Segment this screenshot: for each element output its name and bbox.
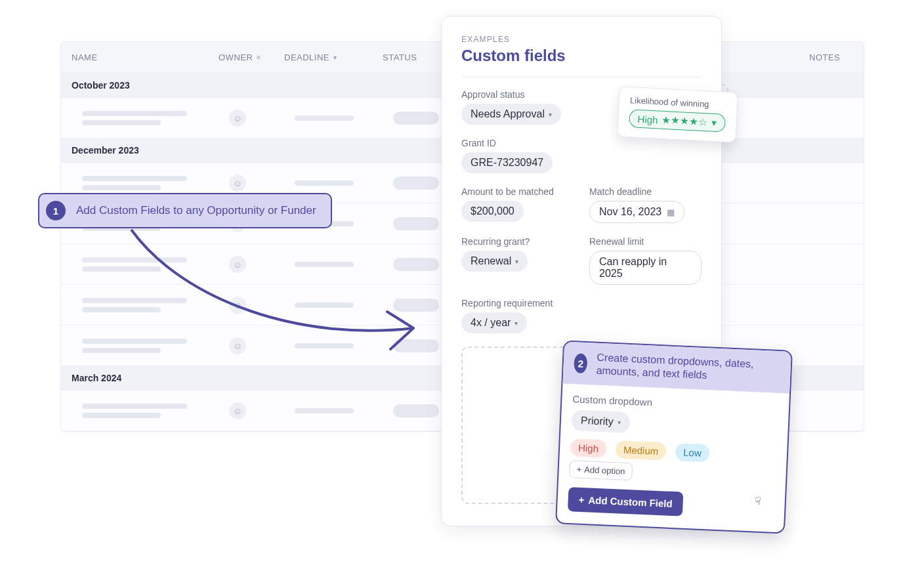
avatar: ☺ — [229, 402, 246, 419]
panel-title: Custom fields — [461, 47, 702, 65]
dropdown-name-text: Priority — [581, 415, 614, 428]
field-label: Grant ID — [461, 138, 702, 148]
col-owner-label: OWNER — [219, 52, 253, 62]
cursor-icon: ☟ — [755, 495, 761, 507]
field-match-deadline: Match deadline Nov 16, 2023 ▦ — [589, 186, 702, 223]
field-grant-id: Grant ID GRE-73230947 — [461, 138, 702, 173]
dropdown-name-selector[interactable]: Priority ▾ — [571, 410, 630, 433]
approval-value: Needs Approval — [471, 108, 545, 120]
match-deadline-input[interactable]: Nov 16, 2023 ▦ — [589, 201, 684, 223]
field-amount: Amount to be matched $200,000 — [461, 186, 574, 223]
col-deadline[interactable]: DEADLINE ▾ — [284, 52, 383, 62]
reporting-dropdown[interactable]: 4x / year ▾ — [461, 312, 527, 333]
option-chip-low[interactable]: Low — [675, 443, 710, 462]
grant-id-text: GRE-73230947 — [471, 157, 543, 169]
recurring-dropdown[interactable]: Renewal ▾ — [461, 251, 528, 272]
renewal-limit-value[interactable]: Can reapply in 2025 — [589, 251, 702, 285]
field-label: Amount to be matched — [461, 186, 574, 197]
chevron-down-icon: ▾ — [514, 320, 518, 327]
field-label: Match deadline — [589, 186, 702, 197]
callout-text: Add Custom Fields to any Opportunity or … — [76, 204, 316, 217]
option-chip-high[interactable]: High — [570, 438, 607, 457]
plus-icon: + — [578, 494, 584, 505]
chevron-down-icon: ▾ — [515, 258, 518, 265]
avatar: ☺ — [229, 110, 246, 127]
arrow-annotation — [105, 223, 433, 368]
col-name[interactable]: NAME — [61, 52, 219, 62]
plus-icon: + — [576, 465, 581, 474]
divider — [461, 77, 702, 77]
field-reporting: Reporting requirement 4x / year ▾ — [461, 298, 702, 333]
reporting-value: 4x / year — [471, 317, 511, 329]
likelihood-value: High — [637, 113, 658, 125]
match-deadline-text: Nov 16, 2023 — [599, 206, 662, 218]
chevron-down-icon: ▾ — [549, 111, 552, 118]
callout-add-custom-fields: 1 Add Custom Fields to any Opportunity o… — [38, 193, 332, 228]
field-label: Reporting requirement — [461, 298, 702, 308]
panel-eyebrow: EXAMPLES — [461, 35, 702, 44]
star-icons: ★★★★☆ — [662, 114, 708, 129]
field-label: Renewal limit — [589, 236, 702, 247]
callout-text: Create custom dropdowns, dates, amounts,… — [596, 351, 780, 385]
col-owner[interactable]: OWNER ≡ — [219, 52, 284, 62]
add-custom-field-label: Add Custom Field — [588, 494, 673, 509]
chevron-down-icon: ▾ — [617, 419, 620, 426]
amount-text: $200,000 — [471, 205, 514, 217]
likelihood-card: Likelihood of winning High ★★★★☆ ▾ — [617, 86, 738, 142]
callout-number-badge: 2 — [574, 353, 588, 373]
field-label: Recurring grant? — [461, 236, 574, 247]
amount-value[interactable]: $200,000 — [461, 201, 524, 222]
field-recurring: Recurring grant? Renewal ▾ — [461, 236, 574, 285]
calendar-icon: ▦ — [667, 207, 675, 217]
recurring-value: Renewal — [471, 255, 511, 267]
col-deadline-label: DEADLINE — [284, 52, 329, 62]
chevron-down-icon: ▾ — [711, 117, 717, 129]
callout-number-badge: 1 — [46, 201, 66, 220]
chevron-down-icon: ▾ — [333, 54, 337, 61]
field-renewal-limit: Renewal limit Can reapply in 2025 — [589, 236, 702, 285]
likelihood-label: Likelihood of winning — [630, 95, 726, 110]
avatar: ☺ — [229, 175, 246, 192]
approval-dropdown[interactable]: Needs Approval ▾ — [461, 104, 561, 125]
add-custom-field-button[interactable]: + Add Custom Field — [568, 487, 684, 516]
add-option-button[interactable]: + Add option — [569, 460, 633, 480]
filter-icon: ≡ — [257, 54, 261, 61]
add-option-label: Add option — [584, 465, 625, 476]
grant-id-value[interactable]: GRE-73230947 — [461, 152, 553, 173]
renewal-limit-text: Can reapply in 2025 — [599, 256, 692, 280]
likelihood-pill[interactable]: High ★★★★☆ ▾ — [629, 109, 726, 133]
option-chip-medium[interactable]: Medium — [615, 440, 666, 460]
